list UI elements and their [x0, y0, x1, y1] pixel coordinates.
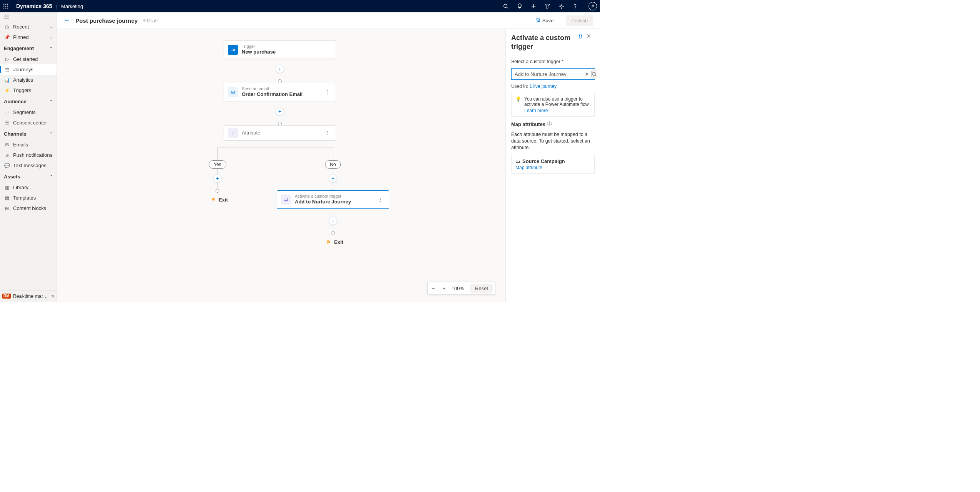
used-in-row: Used in: 1 live journey	[511, 84, 595, 89]
add-icon[interactable]	[531, 3, 545, 9]
exit-label: Exit	[219, 197, 228, 203]
field-label: Select a custom trigger *	[511, 59, 595, 64]
nav-recent[interactable]: ◷Recent⌄	[0, 22, 57, 32]
branch-no[interactable]: No	[325, 160, 341, 169]
svg-line-22	[595, 75, 596, 76]
nav-push[interactable]: ⎚Push notifications	[0, 150, 57, 160]
nav-label: Emails	[13, 142, 28, 148]
publish-button: Publish	[566, 15, 593, 26]
help-icon[interactable]	[572, 3, 586, 9]
clear-icon[interactable]: ✕	[582, 71, 592, 77]
nav-label: Templates	[13, 195, 36, 201]
page-title: Post purchase journey	[75, 17, 138, 24]
flag-icon: ⚑	[211, 197, 216, 203]
svg-point-1	[5, 4, 7, 5]
search-icon[interactable]	[503, 3, 517, 9]
connector	[280, 141, 280, 148]
lightbulb-icon: 💡	[515, 96, 521, 113]
connector	[333, 148, 333, 161]
info-text: You can also use a trigger to activate a…	[524, 96, 590, 107]
node-attribute[interactable]: ⑂ Attribute ⋮	[224, 125, 336, 141]
svg-line-10	[507, 7, 508, 9]
nav-collapse-icon[interactable]	[0, 12, 57, 22]
footer-label: Real-time marketi...	[13, 294, 49, 299]
attribute-card[interactable]: ▭Source Campaign Map attribute	[511, 155, 595, 174]
zoom-reset-button[interactable]: Reset	[470, 284, 493, 293]
filter-icon[interactable]	[545, 3, 559, 9]
trigger-input[interactable]	[512, 71, 582, 77]
node-custom-trigger[interactable]: ⇄ Activate a custom trigger Add to Nurtu…	[277, 190, 389, 209]
node-menu[interactable]: ⋮	[323, 130, 332, 136]
info-icon[interactable]: ⓘ	[547, 121, 552, 128]
nav-get-started[interactable]: ▷Get started	[0, 54, 57, 64]
node-menu[interactable]: ⋮	[323, 89, 332, 95]
nav-segments[interactable]: ◌Segments	[0, 107, 57, 118]
zoom-in-button[interactable]: +	[441, 285, 448, 291]
nav-emails[interactable]: ✉Emails	[0, 139, 57, 150]
app-top-bar: Dynamics 365 | Marketing #	[0, 0, 600, 12]
node-trigger[interactable]: ⇥ Trigger New purchase	[224, 40, 336, 59]
chevron-down-icon: ⌄	[50, 35, 53, 39]
add-node-button[interactable]: +	[276, 107, 284, 116]
zoom-out-button[interactable]: −	[430, 285, 437, 291]
chevron-up-icon: ⌃	[50, 175, 53, 179]
nav-triggers[interactable]: ⚡Triggers	[0, 85, 57, 96]
map-attribute-link[interactable]: Map attribute	[515, 165, 590, 170]
attribute-name-row: ▭Source Campaign	[515, 158, 590, 164]
node-main: Add to Nurture Journey	[295, 199, 373, 205]
learn-more-link[interactable]: Learn more	[524, 108, 590, 113]
nav-section-engagement[interactable]: Engagement⌃	[0, 42, 57, 54]
nav-section-channels[interactable]: Channels⌃	[0, 128, 57, 139]
save-button[interactable]: 🖫Save	[531, 16, 558, 25]
chevron-up-icon: ⌃	[50, 132, 53, 136]
user-avatar[interactable]: #	[589, 2, 597, 10]
close-icon[interactable]	[586, 34, 595, 39]
nav-consent[interactable]: ☰Consent center	[0, 118, 57, 128]
node-sup: Activate a custom trigger	[295, 194, 373, 199]
delete-icon[interactable]	[578, 34, 586, 39]
nav-section-audience[interactable]: Audience⌃	[0, 96, 57, 107]
nav-footer[interactable]: RM Real-time marketi... ⇅	[0, 290, 57, 302]
add-node-button[interactable]: +	[329, 174, 337, 183]
add-node-button[interactable]: +	[213, 174, 222, 183]
node-email[interactable]: ✉ Send an email Order Confirmation Email…	[224, 83, 336, 101]
node-main: New purchase	[242, 49, 332, 55]
nav-section-assets[interactable]: Assets⌃	[0, 171, 57, 182]
back-button[interactable]: ←	[64, 17, 70, 24]
svg-point-7	[5, 8, 7, 9]
updown-icon: ⇅	[51, 294, 54, 298]
nav-pinned[interactable]: 📌Pinned⌄	[0, 32, 57, 42]
nav-label: Content blocks	[13, 205, 46, 211]
gear-icon[interactable]	[559, 3, 572, 9]
nav-analytics[interactable]: 📊Analytics	[0, 75, 57, 85]
connector-ring	[331, 231, 335, 235]
nav-content-blocks[interactable]: ⊞Content blocks	[0, 203, 57, 213]
blocks-icon: ⊞	[4, 206, 10, 211]
search-icon[interactable]	[592, 69, 597, 79]
app-name: Marketing	[61, 3, 83, 9]
nav-templates[interactable]: ▤Templates	[0, 193, 57, 203]
used-in-label: Used in:	[511, 84, 528, 89]
node-menu[interactable]: ⋮	[376, 196, 385, 203]
push-icon: ⎚	[4, 153, 10, 158]
exit-node: ⚑Exit	[326, 239, 343, 245]
journey-canvas[interactable]: ⇥ Trigger New purchase + ✉ Send an email…	[57, 29, 505, 302]
properties-panel: Activate a custom trigger Select a custo…	[505, 29, 600, 302]
add-node-button[interactable]: +	[329, 217, 337, 225]
footer-badge: RM	[2, 294, 11, 299]
save-label: Save	[542, 18, 554, 24]
chevron-down-icon: ⌄	[50, 25, 53, 29]
lightbulb-icon[interactable]	[517, 3, 531, 9]
used-in-link[interactable]: 1 live journey	[529, 84, 557, 89]
pin-icon: 📌	[4, 35, 10, 40]
app-launcher-icon[interactable]	[3, 3, 12, 9]
add-node-button[interactable]: +	[276, 65, 284, 73]
nav-journeys[interactable]: ⇶Journeys	[0, 64, 57, 75]
nav-library[interactable]: ▥Library	[0, 182, 57, 193]
info-callout: 💡 You can also use a trigger to activate…	[511, 93, 595, 117]
trigger-lookup[interactable]: ✕	[511, 68, 595, 80]
nav-sms[interactable]: 💬Text messages	[0, 160, 57, 171]
trigger-icon: ⇄	[281, 195, 291, 205]
branch-yes[interactable]: Yes	[209, 160, 226, 169]
map-attributes-header: Map attributesⓘ	[511, 121, 595, 128]
